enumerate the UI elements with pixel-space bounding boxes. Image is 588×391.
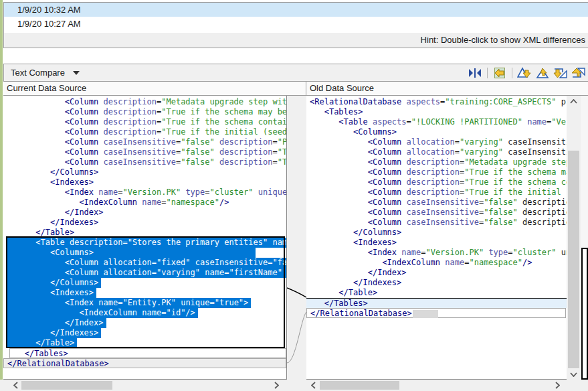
code-line[interactable]: <Column description="True if the schema … bbox=[7, 117, 286, 127]
pane-divider bbox=[306, 82, 306, 96]
code-line[interactable]: <Tables> bbox=[310, 107, 567, 117]
code-line[interactable]: </Table> bbox=[310, 288, 567, 298]
code-line[interactable]: </Indexes> bbox=[310, 278, 567, 288]
diff-overview-marker[interactable] bbox=[581, 248, 588, 380]
current-source-editor[interactable]: <Column description="Metadata upgrade st… bbox=[3, 96, 287, 380]
code-line[interactable]: </Indexes> bbox=[7, 328, 286, 338]
code-line[interactable]: <RelationalDatabase aspects="training:CO… bbox=[310, 97, 567, 107]
code-line[interactable]: <Columns> bbox=[310, 127, 567, 137]
empty-range-marker bbox=[413, 310, 438, 318]
code-line[interactable]: <Column description="True if the initial… bbox=[7, 127, 286, 137]
diff-connector-curves bbox=[287, 96, 306, 380]
swap-left-and-right-icon[interactable] bbox=[468, 66, 482, 79]
history-list: 1/9/20 10:32 AM 1/9/20 10:27 AM Hint: Do… bbox=[3, 2, 588, 48]
code-line[interactable]: <Index name="Version.PK" type="cluster" … bbox=[310, 248, 567, 258]
code-line[interactable]: <Column allocation="fixed" caseInsensiti… bbox=[7, 258, 286, 268]
right-pane-scroll-right-icon[interactable] bbox=[553, 380, 562, 390]
code-line[interactable]: </Index> bbox=[7, 318, 286, 328]
code-line[interactable] bbox=[310, 358, 567, 368]
code-line[interactable]: <Column allocation="varying" caseInsensi… bbox=[310, 137, 567, 147]
code-line[interactable]: </RelationalDatabase> bbox=[3, 358, 286, 368]
code-line[interactable]: <Column description="True if the schema … bbox=[7, 107, 286, 117]
code-line[interactable]: <Column caseInsensitive="false" descript… bbox=[310, 198, 567, 208]
toolbar-separator bbox=[512, 68, 512, 78]
code-line[interactable]: <Column description="True if the initial… bbox=[310, 187, 567, 198]
vertical-scrollbar-thumb[interactable] bbox=[568, 151, 579, 368]
code-line[interactable]: </Indexes> bbox=[7, 218, 286, 228]
old-source-editor[interactable]: <RelationalDatabase aspects="training:CO… bbox=[306, 96, 567, 380]
left-pane-title: Current Data Source bbox=[7, 83, 86, 93]
previous-difference-icon[interactable] bbox=[535, 66, 550, 79]
code-line[interactable]: <Table aspects="!LOCKING !PARTITIONED" n… bbox=[310, 117, 567, 127]
code-line[interactable]: <Column caseInsensitive="false" descript… bbox=[7, 137, 286, 147]
code-line[interactable]: <IndexColumn name="id"/> bbox=[7, 308, 286, 318]
right-pane-scroll-left-icon[interactable] bbox=[308, 380, 318, 390]
chevron-down-icon bbox=[73, 71, 80, 75]
code-line[interactable]: </Index> bbox=[7, 208, 286, 218]
code-line[interactable]: </Table> bbox=[7, 338, 286, 348]
scroll-up-icon[interactable] bbox=[567, 96, 581, 106]
code-line[interactable]: </Table> bbox=[7, 228, 286, 238]
right-pane-title: Old Data Source bbox=[310, 83, 374, 93]
code-line[interactable]: <Column description="Metadata upgrade st… bbox=[7, 97, 286, 107]
code-line[interactable]: <Column description="True if the schema … bbox=[310, 177, 567, 187]
history-row[interactable]: 1/9/20 10:32 AM bbox=[4, 3, 588, 17]
window-edge-strip bbox=[0, 0, 3, 391]
code-line[interactable]: </RelationalDatabase> bbox=[306, 308, 566, 318]
code-line[interactable]: <Column caseInsensitive="false" descript… bbox=[310, 218, 567, 228]
compare-mode-dropdown[interactable]: Text Compare bbox=[4, 68, 86, 78]
code-line[interactable]: <Columns> bbox=[7, 248, 286, 258]
code-line[interactable] bbox=[310, 348, 567, 358]
next-change-icon[interactable] bbox=[553, 66, 568, 79]
left-pane-scroll-left-icon[interactable] bbox=[11, 380, 20, 390]
scroll-down-icon[interactable] bbox=[567, 370, 581, 380]
code-line[interactable]: <IndexColumn name="namespace"/> bbox=[310, 258, 567, 268]
code-line[interactable]: <Index name="Version.PK" type="cluster" … bbox=[7, 187, 286, 198]
code-line[interactable] bbox=[310, 338, 567, 348]
code-line[interactable]: <Indexes> bbox=[310, 238, 567, 248]
code-line[interactable]: </Columns> bbox=[7, 167, 286, 177]
code-line[interactable]: <Indexes> bbox=[7, 288, 286, 298]
next-difference-icon[interactable] bbox=[517, 66, 532, 79]
code-line[interactable]: <Table description="Stores the primary e… bbox=[7, 238, 286, 248]
diff-connector-gutter bbox=[287, 96, 306, 380]
compare-mode-label: Text Compare bbox=[11, 68, 65, 78]
code-line[interactable]: <Column caseInsensitive="false" descript… bbox=[7, 157, 286, 167]
code-line[interactable] bbox=[7, 368, 286, 378]
code-line[interactable] bbox=[310, 328, 567, 338]
code-line[interactable]: </Columns> bbox=[7, 278, 286, 288]
code-line[interactable] bbox=[310, 318, 567, 328]
code-line[interactable]: </Columns> bbox=[310, 228, 567, 238]
pane-headers: Current Data Source Old Data Source bbox=[3, 82, 588, 96]
code-line[interactable]: </Tables> bbox=[9, 348, 286, 358]
compare-toolbar: Text Compare bbox=[3, 64, 588, 82]
code-line[interactable]: <Column description="Metadata upgrade st… bbox=[310, 157, 567, 167]
previous-change-icon[interactable] bbox=[571, 66, 586, 79]
code-line[interactable]: <Column caseInsensitive="false" descript… bbox=[310, 208, 567, 218]
code-line[interactable]: <Column allocation="varying" caseInsensi… bbox=[310, 147, 567, 157]
code-line[interactable]: <IndexColumn name="namespace"/> bbox=[7, 198, 286, 208]
left-pane-scroll-right-icon[interactable] bbox=[272, 380, 281, 390]
copy-all-right-to-left-icon[interactable] bbox=[492, 66, 507, 79]
code-line[interactable]: <Index name="Entity.PK" unique="true"> bbox=[7, 298, 286, 308]
hint-text: Hint: Double-click to show XML differenc… bbox=[4, 33, 588, 48]
code-line[interactable]: <Column allocation="varying" name="first… bbox=[7, 268, 286, 278]
code-line[interactable]: <Column caseInsensitive="false" descript… bbox=[7, 147, 286, 157]
code-line[interactable]: </Tables> bbox=[306, 298, 567, 308]
history-row[interactable]: 1/9/20 10:27 AM bbox=[4, 17, 588, 31]
code-line[interactable]: </Index> bbox=[310, 268, 567, 278]
vertical-scrollbar[interactable] bbox=[567, 96, 581, 380]
left-pane-hscroll-thumb[interactable] bbox=[21, 381, 112, 390]
diff-overview-ruler[interactable] bbox=[581, 96, 588, 380]
code-line[interactable]: <Column description="True if the schema … bbox=[310, 167, 567, 177]
code-line[interactable]: <Indexes> bbox=[7, 177, 286, 187]
right-pane-hscroll-thumb[interactable] bbox=[320, 381, 399, 390]
horizontal-scrollbars bbox=[0, 380, 588, 391]
toolbar-separator bbox=[487, 68, 488, 78]
